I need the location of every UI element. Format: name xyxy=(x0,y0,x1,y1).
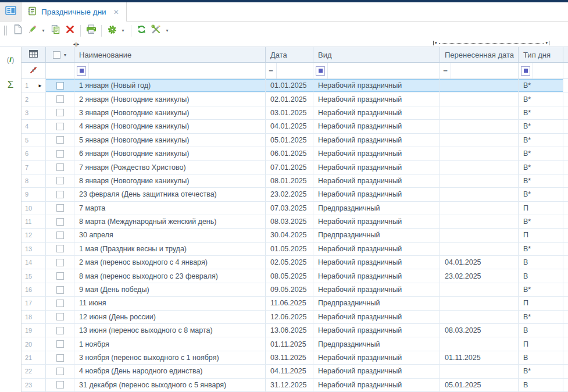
cell-kind[interactable]: Нерабочий праздничный xyxy=(313,269,440,282)
cell-date[interactable]: 09.05.2025 xyxy=(266,283,313,296)
cell-day-type[interactable]: В* xyxy=(519,365,563,377)
cell-name[interactable]: 4 января (Новогодние каникулы) xyxy=(74,120,266,133)
cell-day-type[interactable]: В* xyxy=(519,79,563,92)
cell-kind[interactable]: Нерабочий праздничный xyxy=(313,215,440,228)
cell-kind[interactable]: Предпраздничный xyxy=(313,229,440,241)
cell-name[interactable]: 23 февраля (День защитника отечества) xyxy=(74,188,266,201)
table-row[interactable]: 8 8 января (Новогодние каникулы) 08.01.2… xyxy=(22,174,568,188)
cell-moved-date[interactable] xyxy=(440,337,519,350)
cell-date[interactable]: 04.01.2025 xyxy=(266,120,313,133)
table-row[interactable]: 7 7 января (Рождество Христово) 07.01.20… xyxy=(22,161,568,174)
cell-day-type[interactable]: П xyxy=(519,337,563,350)
row-checkbox-cell[interactable] xyxy=(46,256,74,269)
row-checkbox-cell[interactable] xyxy=(46,365,74,377)
row-checkbox-cell[interactable] xyxy=(46,106,74,119)
row-checkbox[interactable] xyxy=(56,177,64,184)
select-all-checkbox[interactable] xyxy=(53,51,60,59)
cell-kind[interactable]: Нерабочий праздничный xyxy=(313,147,440,160)
header-moved-date[interactable]: Перенесенная дата xyxy=(440,47,519,62)
cell-day-type[interactable]: П xyxy=(519,202,563,215)
header-date[interactable]: Дата xyxy=(266,47,313,62)
cell-day-type[interactable]: В xyxy=(519,256,563,269)
settings-dropdown-caret[interactable]: ▾ xyxy=(119,24,127,38)
table-row[interactable]: 23 31 декабря (перенос выходного с 5 янв… xyxy=(22,379,568,392)
cell-date[interactable]: 12.06.2025 xyxy=(266,311,313,323)
cell-day-type[interactable]: В* xyxy=(519,283,563,296)
range-left-arrow-icon[interactable]: ▾ xyxy=(435,41,437,45)
cell-kind[interactable]: Нерабочий праздничный xyxy=(313,324,440,337)
cell-name[interactable]: 8 января (Новогодние каникулы) xyxy=(74,174,266,187)
row-checkbox-cell[interactable] xyxy=(46,147,74,160)
row-checkbox[interactable] xyxy=(56,327,64,334)
cell-name[interactable]: 1 мая (Праздник весны и труда) xyxy=(74,243,266,255)
cell-date[interactable]: 06.01.2025 xyxy=(266,147,313,160)
column-chooser-button[interactable] xyxy=(22,47,46,62)
row-checkbox-cell[interactable] xyxy=(46,202,74,215)
cell-moved-date[interactable] xyxy=(440,147,519,160)
edit-button[interactable] xyxy=(25,24,40,38)
cell-date[interactable]: 07.01.2025 xyxy=(266,161,313,173)
cell-moved-date[interactable] xyxy=(440,188,519,201)
print-button[interactable] xyxy=(84,24,98,38)
cell-date[interactable]: 23.02.2025 xyxy=(266,188,313,201)
cell-day-type[interactable]: В xyxy=(519,351,563,364)
new-record-button[interactable] xyxy=(10,24,25,38)
cell-kind[interactable]: Нерабочий праздничный xyxy=(313,256,440,269)
row-checkbox[interactable] xyxy=(56,95,64,103)
kind-filter-menu-button[interactable] xyxy=(316,66,325,76)
table-row[interactable]: 13 1 мая (Праздник весны и труда) 01.05.… xyxy=(22,243,568,256)
name-filter-input[interactable] xyxy=(88,63,265,79)
row-checkbox[interactable] xyxy=(56,245,64,252)
kind-filter-input[interactable] xyxy=(327,63,440,79)
row-checkbox[interactable] xyxy=(56,368,64,375)
cell-moved-date[interactable] xyxy=(440,297,519,309)
table-row[interactable]: 20 1 ноября 01.11.2025 Предпраздничный П xyxy=(22,337,568,351)
row-checkbox[interactable] xyxy=(56,259,64,266)
cell-moved-date[interactable] xyxy=(440,79,519,92)
moved-date-filter-operator-button[interactable]: − xyxy=(440,66,451,75)
cell-kind[interactable]: Нерабочий праздничный xyxy=(313,106,440,119)
cell-date[interactable]: 02.05.2025 xyxy=(266,256,313,269)
cell-name[interactable]: 12 июня (День россии) xyxy=(74,311,266,323)
cell-name[interactable]: 1 января (Новый год) xyxy=(74,79,266,92)
date-filter-operator-button[interactable]: − xyxy=(266,66,276,75)
table-row[interactable]: 15 8 мая (перенос выходного с 23 февраля… xyxy=(22,269,568,283)
tab-holidays[interactable]: Праздничные дни ✕ xyxy=(22,2,127,22)
row-checkbox-cell[interactable] xyxy=(46,174,74,187)
cell-kind[interactable]: Нерабочий праздничный xyxy=(313,174,440,187)
edit-dropdown-caret[interactable]: ▾ xyxy=(40,24,47,38)
cell-day-type[interactable]: В xyxy=(519,324,563,337)
table-row[interactable]: 5 5 января (Новогодние каникулы) 05.01.2… xyxy=(22,134,568,147)
row-checkbox[interactable] xyxy=(56,340,64,348)
cell-day-type[interactable]: В* xyxy=(519,161,563,173)
cell-day-type[interactable]: В* xyxy=(519,243,563,255)
header-kind[interactable]: Вид xyxy=(313,47,440,62)
row-checkbox[interactable] xyxy=(56,218,64,226)
cell-day-type[interactable]: В* xyxy=(519,147,563,160)
row-checkbox[interactable] xyxy=(56,231,64,239)
cell-moved-date[interactable] xyxy=(440,106,519,119)
cell-day-type[interactable]: П xyxy=(519,297,563,309)
table-row[interactable]: 19 13 июня (перенос выходного с 8 марта)… xyxy=(22,324,568,337)
row-checkbox-cell[interactable] xyxy=(46,379,74,391)
cell-kind[interactable]: Предпраздничный xyxy=(313,297,440,309)
name-filter-menu-button[interactable] xyxy=(77,66,86,76)
cell-kind[interactable]: Нерабочий праздничный xyxy=(313,365,440,377)
row-checkbox[interactable] xyxy=(56,191,64,198)
filter-pin-button[interactable] xyxy=(22,63,46,79)
cell-day-type[interactable]: В* xyxy=(519,134,563,147)
table-row[interactable]: 22 4 ноября (День народного единства) 04… xyxy=(22,365,568,378)
cell-kind[interactable]: Нерабочий праздничный xyxy=(313,120,440,133)
cell-moved-date[interactable] xyxy=(440,92,519,105)
table-row[interactable]: 17 11 июня 11.06.2025 Предпраздничный П xyxy=(22,297,568,310)
cell-moved-date[interactable]: 04.01.2025 xyxy=(440,256,519,269)
row-checkbox-cell[interactable] xyxy=(46,161,74,173)
cell-date[interactable]: 11.06.2025 xyxy=(266,297,313,309)
row-checkbox-cell[interactable] xyxy=(46,243,74,255)
cell-moved-date[interactable] xyxy=(440,229,519,241)
sum-button[interactable]: Σ xyxy=(8,78,14,92)
cell-day-type[interactable]: В* xyxy=(519,174,563,187)
table-row[interactable]: 3 3 января (Новогодние каникулы) 03.01.2… xyxy=(22,106,568,120)
cell-name[interactable]: 6 января (Новогодние каникулы) xyxy=(74,147,266,160)
row-checkbox-cell[interactable] xyxy=(46,120,74,133)
